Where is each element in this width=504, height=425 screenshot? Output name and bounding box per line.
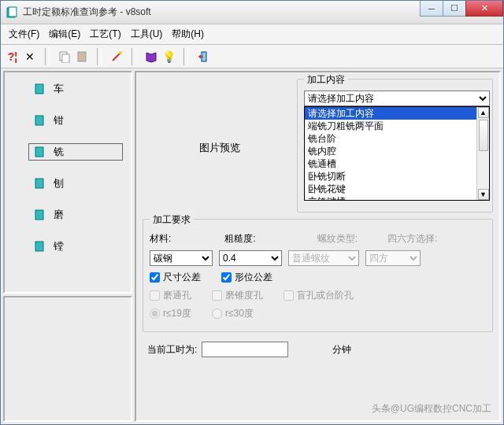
category-bore[interactable]: 镗 [28, 238, 123, 255]
close-button[interactable]: ✕ [465, 1, 503, 17]
minutes-label: 分钟 [332, 343, 351, 357]
material-label: 材料: [150, 232, 171, 246]
book-icon [33, 83, 46, 95]
main-panel: 图片预览 加工内容 请选择加工内容 请选择加工内容 端铣刀粗铣两平面 铣台阶 [135, 71, 501, 422]
menu-file[interactable]: 文件(F) [4, 26, 44, 42]
dropdown-option[interactable]: 请选择加工内容 [305, 107, 476, 120]
svg-rect-1 [9, 7, 17, 17]
category-label: 铣 [54, 145, 64, 159]
book-icon [33, 114, 46, 127]
dropdown-option[interactable]: 卧铣切断 [305, 170, 476, 183]
book-icon [33, 177, 46, 190]
size-tolerance-checkbox[interactable]: 尺寸公差 [150, 271, 201, 284]
group-title: 加工内容 [304, 73, 348, 87]
scroll-thumb[interactable] [479, 120, 488, 151]
window-title: 工时定额标准查询参考 - v8soft [23, 6, 421, 19]
toolbar: ?¦ ✕ 💡 [1, 45, 503, 68]
dropdown-option[interactable]: 卧铣花键 [305, 183, 476, 195]
menu-tool[interactable]: 工具(U) [126, 26, 168, 42]
paste-icon[interactable] [75, 50, 89, 64]
roughness-label: 粗糙度: [224, 232, 255, 246]
watermark: 头条@UG编程数控CNC加工 [372, 402, 491, 416]
book-icon [33, 146, 46, 158]
dropdown-option[interactable]: 端铣刀粗铣两平面 [305, 120, 476, 132]
book-icon [33, 209, 46, 221]
dropdown-option[interactable]: 铣通槽 [305, 157, 476, 170]
thread-label: 螺纹类型: [317, 232, 358, 246]
content-area: 车 钳 铣 刨 磨 镗 图片预览 加工内容 请选择加工内容 [1, 68, 503, 424]
material-select[interactable]: 碳钢 [150, 250, 213, 266]
category-label: 刨 [54, 176, 64, 190]
menu-help[interactable]: 帮助(H) [167, 26, 209, 42]
category-label: 车 [54, 82, 64, 96]
process-content-combo[interactable]: 请选择加工内容 请选择加工内容 端铣刀粗铣两平面 铣台阶 铣内腔 铣通槽 卧铣切… [304, 91, 477, 106]
app-icon [6, 6, 18, 19]
category-label: 钳 [54, 113, 64, 128]
svg-line-5 [113, 53, 120, 61]
square-select: 四方 [365, 250, 421, 266]
titlebar: 工时定额标准查询参考 - v8soft ─ ☐ ✕ [1, 1, 503, 24]
svg-rect-12 [35, 210, 43, 220]
app-window: 工时定额标准查询参考 - v8soft ─ ☐ ✕ 文件(F) 编辑(E) 工艺… [0, 0, 504, 425]
svg-rect-4 [78, 52, 86, 61]
svg-rect-11 [35, 179, 43, 188]
category-bench[interactable]: 钳 [28, 112, 123, 129]
category-plane[interactable]: 刨 [28, 175, 123, 192]
image-preview: 图片预览 [149, 85, 291, 211]
group-title: 加工要求 [150, 213, 194, 227]
requirement-group: 加工要求 材料: 粗糙度: 螺纹类型: 四六方选择: 碳钢 0.4 普通螺纹 四… [143, 219, 493, 332]
category-label: 镗 [54, 239, 64, 253]
exit-icon[interactable] [196, 50, 210, 64]
svg-rect-8 [35, 84, 43, 94]
category-lathe[interactable]: 车 [28, 80, 123, 98]
dropdown-option[interactable]: 铣内腔 [305, 145, 476, 157]
footer: 当前工时为: 分钟 [143, 338, 493, 360]
square-label: 四六方选择: [387, 232, 437, 246]
thru-hole-checkbox: 磨通孔 [150, 289, 191, 302]
minimize-button[interactable]: ─ [420, 1, 443, 17]
svg-rect-3 [62, 54, 69, 63]
geom-tolerance-checkbox[interactable]: 形位公差 [221, 271, 272, 284]
cone-hole-checkbox: 磨锥度孔 [212, 289, 263, 302]
process-content-dropdown[interactable]: 请选择加工内容 端铣刀粗铣两平面 铣台阶 铣内腔 铣通槽 卧铣切断 卧铣花键 立… [304, 106, 490, 201]
scroll-up-icon[interactable]: ▲ [478, 107, 489, 118]
copy-icon[interactable] [57, 50, 72, 64]
help-icon[interactable]: ?¦ [6, 50, 20, 64]
angle19-radio: r≤19度 [150, 307, 191, 320]
current-time-label: 当前工时为: [147, 343, 197, 357]
preview-label: 图片预览 [199, 141, 240, 155]
scroll-down-icon[interactable]: ▼ [478, 189, 489, 200]
current-time-input[interactable] [202, 342, 288, 357]
menubar: 文件(F) 编辑(E) 工艺(T) 工具(U) 帮助(H) [1, 24, 503, 45]
blind-hole-checkbox: 盲孔或台阶孔 [284, 289, 354, 302]
dropdown-option[interactable]: 铣台阶 [305, 132, 476, 145]
menu-process[interactable]: 工艺(T) [85, 26, 125, 42]
info-panel [3, 296, 132, 422]
wand-icon[interactable] [109, 50, 124, 64]
svg-rect-10 [35, 147, 43, 157]
thread-select: 普通螺纹 [288, 250, 359, 266]
category-mill[interactable]: 铣 [28, 143, 123, 161]
angle30-radio: r≤30度 [212, 307, 254, 320]
menu-edit[interactable]: 编辑(E) [44, 26, 85, 42]
category-panel: 车 钳 铣 刨 磨 镗 [3, 71, 132, 294]
svg-point-6 [119, 51, 122, 54]
svg-rect-9 [35, 116, 43, 125]
content-group: 加工内容 请选择加工内容 请选择加工内容 端铣刀粗铣两平面 铣台阶 铣内腔 铣通 [297, 79, 493, 213]
category-label: 磨 [54, 208, 64, 222]
svg-rect-13 [35, 242, 43, 251]
roughness-select[interactable]: 0.4 [219, 250, 282, 266]
category-grind[interactable]: 磨 [28, 206, 123, 224]
dropdown-option[interactable]: 立铣键槽 [305, 195, 476, 200]
delete-icon[interactable]: ✕ [23, 50, 37, 64]
book-icon [33, 240, 46, 253]
bulb-icon[interactable]: 💡 [161, 50, 176, 64]
dropdown-scrollbar[interactable]: ▲ ▼ [476, 107, 489, 200]
maximize-button[interactable]: ☐ [443, 1, 466, 17]
book-icon[interactable] [144, 50, 158, 64]
